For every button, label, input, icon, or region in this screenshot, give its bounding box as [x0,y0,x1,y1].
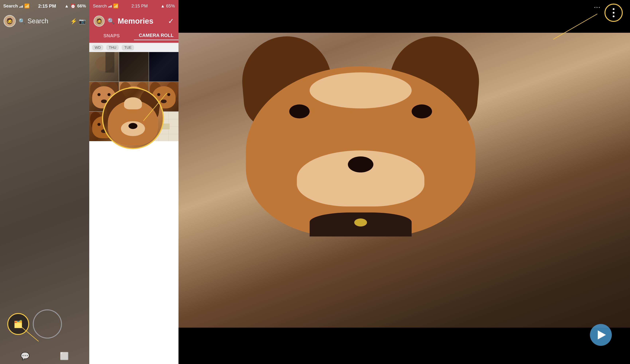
left-carrier-text: Search [3,3,18,8]
camera-background [0,0,89,364]
search-icon: 🔍 [18,18,25,24]
select-check-icon[interactable]: ✓ [168,17,174,25]
memories-icon: 🗂️ [14,320,23,328]
video-dog-forehead [310,72,412,108]
memories-title: Memories [118,17,153,25]
three-dot-button-wrapper [604,4,623,22]
grid-cell-movie1[interactable] [89,52,119,81]
dot-1 [613,8,614,10]
dot-3 [613,15,614,17]
flip-camera-icon[interactable]: 📷 [79,18,86,24]
corner-dots-text: ⋯ [594,4,601,11]
grid-cell-movie2[interactable] [119,52,148,81]
video-dog-nose [348,157,373,173]
left-status-bar: Search 📶 2:15 PM ▲ ⏰ 66% [0,0,89,12]
left-time: 2:15 PM [38,3,56,9]
left-search-area[interactable]: 🔍 Search [18,17,70,25]
right-panel: ⋯ [178,0,630,364]
left-carrier: Search 📶 [3,3,30,8]
left-search-label: Search [28,17,48,25]
mid-avatar[interactable]: 🧔 [94,16,104,26]
memories-circle[interactable]: 🗂️ [7,313,29,335]
left-bottom-nav: 💬 ⬜ [0,352,89,360]
flash-icon[interactable]: ⚡ [70,18,77,24]
date-chip-wd[interactable]: WD [92,45,103,50]
grid-cell-movie3[interactable] [149,52,178,81]
video-dog-eye-left [289,104,310,118]
stories-icon[interactable]: ⬜ [60,352,69,360]
play-icon [598,330,606,340]
more-options-button[interactable] [604,4,623,22]
mid-search-icon: 🔍 [108,18,115,24]
mid-location-icon: ▲ [161,3,165,8]
mid-status-bar: Search 📶 2:15 PM ▲ 65% [89,0,178,12]
zoom-dog-forehead [124,97,142,109]
mid-signal-icon [108,3,112,8]
mid-status-right: ▲ 65% [161,3,175,8]
scroll-indicator [124,224,138,226]
mid-tabs: SNAPS CAMERA ROLL [89,30,178,43]
zoom-circle [102,87,164,149]
mid-battery: 65% [166,3,175,8]
date-filter-bar: WD THU TUE [89,43,178,52]
mid-header-left: 🧔 🔍 Memories [94,16,153,26]
tab-snaps[interactable]: SNAPS [89,33,134,40]
mid-status-left: Search 📶 [93,3,118,8]
video-scene [178,0,630,364]
middle-panel: Search 📶 2:15 PM ▲ 65% 🧔 🔍 Memories ✓ [89,0,178,364]
video-dog-eye-right [412,104,432,118]
dot-2 [613,12,614,14]
zoom-circle-inner [103,88,163,148]
left-panel: Search 📶 2:15 PM ▲ ⏰ 66% 🧔 🔍 Search ⚡ 📷 [0,0,89,364]
play-button[interactable] [590,324,612,346]
signal-icon [19,4,23,8]
memories-button[interactable]: 🗂️ [7,313,29,335]
collar-tag-icon [354,218,367,226]
capture-button[interactable] [33,309,62,339]
zoom-dog-nose [128,123,137,129]
mid-header: 🧔 🔍 Memories ✓ [89,12,178,30]
user-avatar[interactable]: 🧔 [4,15,16,27]
mid-wifi-icon: 📶 [113,3,118,8]
location-icon: ▲ [64,3,69,8]
video-top-overlay [178,0,630,14]
chat-icon[interactable]: 💬 [20,352,30,360]
video-dog [233,36,488,236]
alarm-icon: ⏰ [70,3,76,8]
date-chip-thu[interactable]: THU [106,45,119,50]
video-bottom-bar [178,328,630,364]
battery-text: 66% [77,3,86,8]
date-chip-tue[interactable]: TUE [122,45,134,50]
left-toolbar: ⚡ 📷 [70,18,86,24]
tab-camera-roll[interactable]: CAMERA ROLL [134,32,178,40]
mid-time: 2:15 PM [132,3,148,8]
mid-carrier: Search [93,3,107,8]
left-status-right: ▲ ⏰ 66% [64,3,86,8]
wifi-icon: 📶 [24,3,30,8]
left-top-bar: 🧔 🔍 Search ⚡ 📷 [0,12,89,30]
